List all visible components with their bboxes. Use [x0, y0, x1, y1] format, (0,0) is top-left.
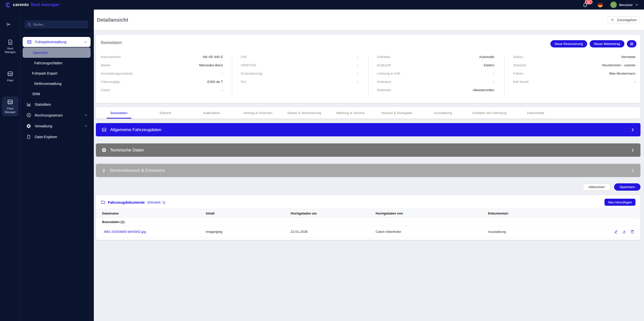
rail-item-label: Rent Manager [3, 47, 18, 54]
back-button-label: Zurückgehen [617, 18, 637, 22]
add-document-button[interactable]: Neu hinzufügen [605, 199, 635, 206]
tab-steuer-versicherung[interactable]: Steuer & Versicherung [281, 107, 327, 119]
sidebar-item-label: Fuhrpark Export [32, 71, 57, 75]
field-label: Kraftstoff: [377, 63, 392, 67]
download-icon[interactable] [622, 230, 626, 234]
language-flag-german[interactable] [597, 2, 603, 8]
tab-label: Einkauf [159, 111, 171, 115]
field-value: - [493, 80, 494, 84]
column-header: Dokumentart [488, 211, 599, 215]
tab-label: Dokumente [527, 111, 544, 115]
avatar [610, 2, 617, 8]
field-value: - [222, 88, 223, 92]
field-label: Status: [513, 55, 524, 59]
detail-tabs: Basisdaten Einkauf Kalkulation Vertrag &… [96, 107, 640, 119]
field-label: Ausstattungsvariante: [101, 72, 134, 75]
rail-item-fleet[interactable]: Fleet [2, 68, 19, 85]
document-type: Ausstattung [488, 230, 599, 234]
field-value: Max Mustermann [609, 72, 635, 75]
main-content: Detailansicht Zurückgehen Basisdaten Neu… [94, 10, 644, 321]
sidebar-item-uebersicht[interactable]: Übersicht [23, 47, 91, 58]
field-value: E300 de T [207, 80, 223, 84]
documents-title: Fahrzeugdokumente [108, 200, 145, 204]
edit-icon[interactable] [614, 230, 618, 234]
chevron-down-icon [84, 114, 88, 117]
rail-item-fleet-manager[interactable]: Fleet Manager [2, 96, 19, 116]
document-uploaded-at: 22.01.2026 [291, 230, 376, 234]
tab-dokumente[interactable]: Dokumente [512, 107, 559, 119]
save-button[interactable]: Speichern [614, 183, 640, 191]
back-button[interactable]: Zurückgehen [608, 16, 640, 23]
accordion-technische-daten[interactable]: Technische Daten [96, 143, 640, 157]
sidebar-item-verwaltung[interactable]: Verwaltung [23, 121, 91, 131]
tab-kalkulation[interactable]: Kalkulation [188, 107, 235, 119]
tab-label: Verkauf & Rückgabe [381, 111, 412, 115]
carento-logo-icon [5, 2, 11, 8]
car-icon [7, 71, 14, 77]
notification-count-badge: 24 [585, 0, 592, 4]
bar-chart-icon [26, 102, 32, 107]
topbar-divider [593, 2, 593, 8]
tab-wartung-service[interactable]: Wartung & Service [327, 107, 374, 119]
sidebar-item-label: Fahrzeugschäden [34, 61, 62, 65]
accordion-stromverbrauch-emissions[interactable]: Stromverbrauch & Emissions [96, 164, 640, 177]
folder-icon [101, 200, 105, 204]
accordion-label: Stromverbrauch & Emissions [110, 168, 165, 173]
tab-schaeden-am-fahrzeug[interactable]: Schäden am Fahrzeug [466, 107, 512, 119]
sidebar-item-label: SRM [32, 92, 40, 96]
sidebar-item-reifenverwaltung[interactable]: Reifenverwaltung [23, 78, 91, 89]
field-label: Kennzeichen: [101, 55, 122, 59]
tab-verkauf-rueckgabe[interactable]: Verkauf & Rückgabe [374, 107, 420, 119]
qr-code-button[interactable] [627, 40, 636, 47]
basisdaten-title: Basisdaten [101, 40, 122, 45]
gear-icon [101, 147, 107, 153]
new-rental-button[interactable]: Neuer Mietvertrag [590, 40, 624, 47]
field-label: Fahrer: [513, 72, 524, 75]
tab-ausstattung[interactable]: Ausstattung [420, 107, 466, 119]
collapse-sidebar-icon[interactable] [6, 20, 15, 29]
tab-vertrag-finanzen[interactable]: Vertrag & Finanzen [235, 107, 281, 119]
delete-icon[interactable] [630, 230, 634, 234]
field-value: Automatik [479, 55, 494, 59]
module-rail: Rent Manager Fleet Fleet Manager [0, 10, 21, 321]
notifications-bell-icon[interactable]: 24 [582, 2, 589, 8]
brand-name: carento [13, 2, 29, 7]
new-reservation-button[interactable]: Neue Reservierung [550, 40, 587, 47]
chevron-down-icon [84, 124, 88, 128]
field-label: Standort: [513, 63, 527, 67]
sidebar-item-statistiken[interactable]: Statistiken [23, 99, 91, 110]
sidebar-item-srm[interactable]: SRM [23, 89, 91, 99]
sidebar-item-rechnungswesen[interactable]: $ Rechnungswesen [23, 110, 91, 121]
field-label: HSN/TSN: [241, 63, 257, 67]
car-icon [7, 99, 14, 105]
rail-item-label: Fleet [7, 79, 13, 82]
field-value: - [357, 63, 358, 67]
sidebar-item-fahrzeugschaeden[interactable]: Fahrzeugschäden [23, 58, 91, 68]
user-menu[interactable]: Benutzer [610, 2, 638, 8]
sidebar-item-fuhrparkverwaltung[interactable]: Fuhrparkverwaltung [23, 37, 91, 47]
field-label: Hubraum: [377, 80, 392, 84]
rail-item-rent-manager[interactable]: Rent Manager [2, 37, 19, 56]
sidebar-item-label: Datei-Explorer [35, 135, 57, 139]
accordion-label: Allgemeine Fahrzeugdaten [110, 127, 161, 132]
field-label: FIN: [241, 55, 247, 59]
sidebar-item-fuhrpark-export[interactable]: Fuhrpark Export [23, 68, 91, 78]
accordion-allgemeine-fahrzeugdaten[interactable]: Allgemeine Fahrzeugdaten [96, 123, 640, 136]
tab-basisdaten[interactable]: Basisdaten [96, 107, 142, 119]
tab-label: Schäden am Fahrzeug [472, 111, 507, 115]
tab-einkauf[interactable]: Einkauf [142, 107, 188, 119]
table-header-row: Dateiname Inhalt Hochgeladen am Hochgela… [96, 209, 640, 218]
search-input[interactable] [33, 23, 85, 26]
chevron-up-icon [84, 40, 87, 44]
field-value: - [357, 80, 358, 84]
sidebar-item-datei-explorer[interactable]: Datei-Explorer [23, 131, 91, 142]
chevron-right-icon [630, 128, 635, 132]
documents-table: Dateiname Inhalt Hochgeladen am Hochgela… [96, 209, 640, 237]
field-value: Allwetterreifen [473, 88, 494, 92]
document-icon [7, 39, 14, 45]
chevron-down-icon [635, 3, 638, 7]
cancel-button[interactable]: Abbrechen [583, 183, 611, 191]
field-value: NK-SP 445 E [203, 55, 223, 59]
document-filename-link[interactable]: IMG-20250805-WA0002.jpg [102, 230, 146, 234]
search-box[interactable] [25, 21, 88, 28]
